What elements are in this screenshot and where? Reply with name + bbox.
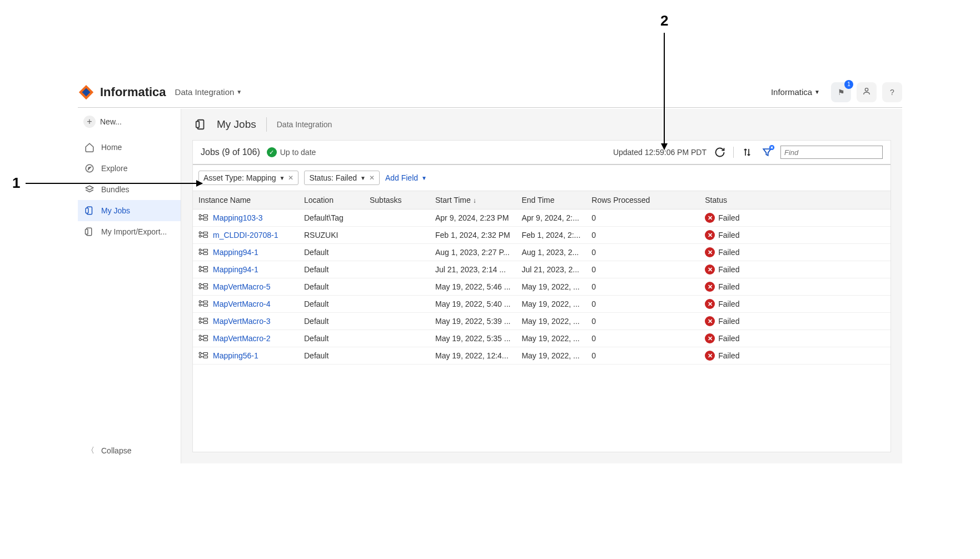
svg-rect-16 (203, 218, 208, 220)
filter-chip-asset-type[interactable]: Asset Type: Mapping ▼ ✕ (198, 171, 299, 185)
cell-subtasks (364, 296, 430, 313)
sort-button[interactable] (740, 146, 754, 159)
status-label: Failed (718, 351, 739, 360)
refresh-button[interactable] (713, 146, 727, 159)
instance-link[interactable]: Mapping94-1 (213, 248, 258, 257)
svg-rect-27 (203, 249, 208, 251)
mapping-icon (198, 334, 208, 343)
new-button[interactable]: + New... (83, 113, 175, 130)
svg-rect-22 (203, 235, 208, 237)
chevron-down-icon: ▼ (236, 89, 242, 95)
sidebar-item-import-export[interactable]: My Import/Export... (78, 221, 181, 242)
cell-end-time: Aug 1, 2023, 2... (516, 244, 586, 261)
import-export-icon (84, 227, 94, 237)
remove-filter-icon[interactable]: ✕ (369, 174, 375, 182)
instance-link[interactable]: Mapping56-1 (213, 351, 258, 360)
cell-location: Default (299, 278, 364, 296)
instance-link[interactable]: MapVertMacro-4 (213, 300, 270, 308)
error-circle-icon: ✕ (705, 333, 715, 343)
sidebar-item-my-jobs[interactable]: My Jobs (78, 200, 181, 221)
collapse-button[interactable]: 〈 Collapse (78, 438, 181, 463)
header-actions: ⚑ 1 ? (831, 82, 902, 102)
filter-button[interactable] (760, 146, 774, 159)
callout-2-arrow (664, 33, 665, 149)
mapping-icon (198, 351, 208, 361)
svg-rect-51 (203, 318, 208, 320)
svg-point-61 (199, 352, 201, 355)
cell-subtasks (364, 347, 430, 365)
updated-label: Updated 12:59:06 PM PDT (613, 148, 707, 157)
error-circle-icon: ✕ (705, 213, 715, 223)
table-row: MapVertMacro-2DefaultMay 19, 2022, 5:35 … (193, 330, 891, 347)
instance-link[interactable]: Mapping94-1 (213, 265, 258, 274)
col-subtasks[interactable]: Subtasks (364, 191, 430, 209)
cell-start-time: Jul 21, 2023, 2:14 ... (430, 261, 516, 278)
status-label: Failed (718, 213, 739, 222)
status-label: Failed (718, 334, 739, 343)
cell-end-time: May 19, 2022, ... (516, 347, 586, 365)
instance-link[interactable]: MapVertMacro-5 (213, 282, 270, 291)
svg-point-62 (199, 356, 201, 358)
divider (733, 147, 734, 158)
sidebar-item-home[interactable]: Home (78, 137, 181, 158)
svg-rect-58 (203, 338, 208, 341)
breadcrumb: Data Integration (277, 120, 332, 129)
svg-rect-11 (196, 122, 200, 128)
svg-rect-40 (203, 287, 208, 289)
uptodate-indicator: ✓ Up to date (267, 147, 316, 157)
instance-link[interactable]: MapVertMacro-3 (213, 317, 270, 326)
jobs-count-label: Jobs (9 of 106) (201, 147, 260, 157)
status-label: Failed (718, 231, 739, 239)
col-location[interactable]: Location (299, 191, 364, 209)
home-icon (84, 142, 94, 152)
product-picker[interactable]: Data Integration ▼ (175, 87, 242, 97)
find-input[interactable] (780, 146, 883, 159)
svg-rect-63 (203, 352, 208, 355)
cell-start-time: May 19, 2022, 12:4... (430, 347, 516, 365)
notifications-button[interactable]: ⚑ 1 (831, 82, 851, 102)
cell-end-time: May 19, 2022, ... (516, 278, 586, 296)
svg-rect-7 (86, 208, 88, 213)
svg-point-2 (865, 88, 868, 91)
svg-rect-15 (203, 214, 208, 217)
svg-point-55 (199, 335, 201, 337)
instance-link[interactable]: MapVertMacro-2 (213, 334, 270, 343)
remove-filter-icon[interactable]: ✕ (288, 174, 293, 182)
cell-start-time: Feb 1, 2024, 2:32 PM (430, 227, 516, 244)
instance-link[interactable]: m_CLDDI-20708-1 (213, 231, 278, 239)
status-label: Failed (718, 265, 739, 274)
callout-1-arrow (26, 183, 202, 184)
col-end-time[interactable]: End Time (516, 191, 586, 209)
filter-chip-label: Asset Type: Mapping (203, 173, 276, 182)
add-field-button[interactable]: Add Field ▼ (385, 173, 427, 182)
chevron-down-icon: ▼ (814, 89, 820, 95)
user-button[interactable] (857, 82, 877, 102)
col-status[interactable]: Status (699, 191, 891, 209)
table-row: MapVertMacro-5DefaultMay 19, 2022, 5:46 … (193, 278, 891, 296)
app-header: Informatica Data Integration ▼ Informati… (78, 77, 902, 108)
error-circle-icon: ✕ (705, 316, 715, 326)
cell-rows-processed: 0 (586, 244, 699, 261)
instance-link[interactable]: Mapping103-3 (213, 213, 263, 222)
svg-point-38 (199, 287, 201, 289)
svg-point-13 (199, 214, 201, 217)
chevron-left-icon: 〈 (87, 446, 94, 456)
add-field-label: Add Field (385, 173, 418, 182)
col-start-time[interactable]: Start Time↓ (430, 191, 516, 209)
filter-chip-status[interactable]: Status: Failed ▼ ✕ (304, 171, 380, 185)
svg-point-25 (199, 249, 201, 251)
error-circle-icon: ✕ (705, 299, 715, 309)
chevron-down-icon: ▼ (279, 175, 285, 181)
sidebar: + New... Home Explore Bundles My (78, 109, 181, 463)
help-button[interactable]: ? (882, 82, 902, 102)
compass-icon (84, 163, 94, 173)
svg-rect-45 (203, 301, 208, 303)
col-instance[interactable]: Instance Name (193, 191, 299, 209)
col-rows-processed[interactable]: Rows Processed (586, 191, 699, 209)
table-row: Mapping56-1DefaultMay 19, 2022, 12:4...M… (193, 347, 891, 365)
cell-rows-processed: 0 (586, 347, 699, 365)
org-picker[interactable]: Informatica ▼ (771, 87, 820, 97)
svg-point-26 (199, 252, 201, 254)
cell-rows-processed: 0 (586, 261, 699, 278)
cell-start-time: Aug 1, 2023, 2:27 P... (430, 244, 516, 261)
